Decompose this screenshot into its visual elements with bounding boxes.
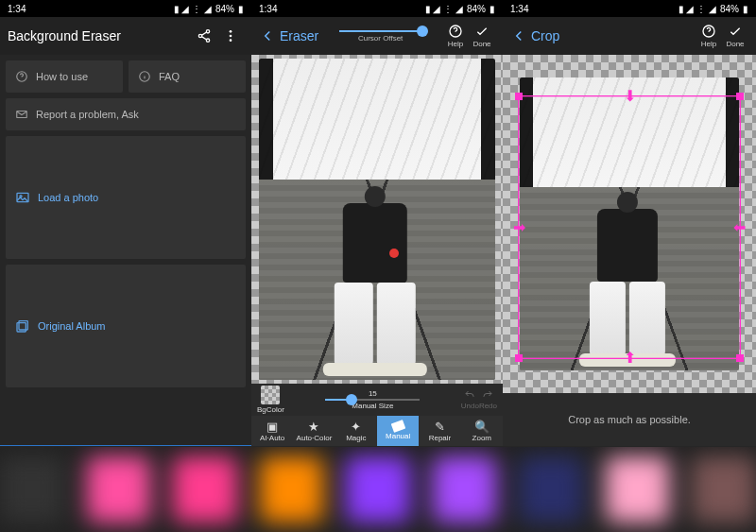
load-photo-tile[interactable]: Load a photo bbox=[6, 136, 246, 259]
status-battery: 84% bbox=[215, 4, 234, 14]
original-album-label: Original Album bbox=[38, 320, 106, 332]
overflow-button[interactable] bbox=[217, 19, 244, 53]
original-album-tile[interactable]: Original Album bbox=[6, 265, 246, 387]
crop-handle-tr[interactable] bbox=[736, 93, 744, 100]
divider bbox=[0, 445, 251, 446]
tool-magic[interactable]: ✦ Magic bbox=[335, 416, 377, 446]
tool-zoom-label: Zoom bbox=[472, 434, 491, 442]
svg-point-3 bbox=[230, 30, 232, 33]
status-time: 1:34 bbox=[259, 4, 277, 14]
crop-handle-bl[interactable] bbox=[515, 354, 523, 362]
arrow-left-icon bbox=[259, 27, 276, 44]
status-time: 1:34 bbox=[510, 4, 528, 14]
tool-tabs: ▣ AI·Auto ★ Auto·Color ✦ Magic Manual ✎ … bbox=[251, 416, 503, 446]
info-icon bbox=[138, 70, 151, 83]
status-battery: 84% bbox=[720, 4, 739, 14]
crop-handle-br[interactable] bbox=[736, 354, 744, 362]
battery-icon: ▮ bbox=[238, 4, 244, 14]
status-icons: ▮ ◢ ⋮ ◢ bbox=[174, 4, 212, 14]
ai-icon: ▣ bbox=[266, 420, 278, 433]
report-tile[interactable]: Report a problem, Ask bbox=[6, 98, 246, 130]
redo-button[interactable]: Redo bbox=[479, 389, 497, 410]
faq-label: FAQ bbox=[159, 71, 180, 82]
tool-repair-label: Repair bbox=[429, 434, 452, 442]
report-label: Report a problem, Ask bbox=[36, 109, 139, 120]
done-button[interactable]: Done bbox=[469, 19, 495, 53]
tool-manual[interactable]: Manual bbox=[377, 416, 419, 446]
done-label: Done bbox=[472, 40, 490, 48]
crop-hint-text: Crop as much as possible. bbox=[568, 414, 691, 425]
arrow-left-icon bbox=[510, 27, 527, 44]
load-photo-label: Load a photo bbox=[38, 192, 98, 203]
tool-auto-color[interactable]: ★ Auto·Color bbox=[293, 416, 335, 446]
help-label: Help bbox=[701, 40, 716, 48]
help-icon bbox=[701, 24, 716, 39]
more-icon bbox=[223, 28, 238, 43]
tool-ai-auto[interactable]: ▣ AI·Auto bbox=[251, 416, 293, 446]
mail-icon bbox=[15, 108, 28, 121]
crop-handle-top[interactable]: ⬇ bbox=[624, 89, 636, 104]
tool-zoom[interactable]: 🔍 Zoom bbox=[461, 416, 503, 446]
tool-manual-label: Manual bbox=[386, 432, 410, 440]
cursor-offset-label: Cursor Offset bbox=[358, 34, 403, 43]
editor-canvas[interactable] bbox=[251, 55, 503, 384]
status-bar: 1:34 ▮ ◢ ⋮ ◢ 84% ▮ bbox=[503, 0, 756, 17]
status-battery: 84% bbox=[467, 4, 486, 14]
manual-size-value: 15 bbox=[369, 389, 377, 398]
crop-handle-tl[interactable] bbox=[515, 93, 523, 100]
bgcolor-button[interactable]: BgColor bbox=[257, 386, 284, 414]
battery-icon: ▮ bbox=[743, 4, 748, 14]
album-icon bbox=[15, 318, 30, 334]
bottom-blur-strip bbox=[0, 447, 756, 532]
back-button[interactable]: Eraser bbox=[259, 27, 318, 44]
share-icon bbox=[197, 28, 212, 43]
tool-auto-label: Auto·Color bbox=[297, 434, 333, 442]
undo-label: Undo bbox=[461, 402, 479, 410]
tool-repair[interactable]: ✎ Repair bbox=[419, 416, 460, 446]
redo-label: Redo bbox=[479, 402, 497, 410]
crop-handle-bottom[interactable]: ⬆ bbox=[624, 351, 636, 366]
redo-icon bbox=[480, 389, 495, 401]
tool-ai-label: AI·Auto bbox=[260, 434, 284, 442]
photo bbox=[259, 59, 495, 380]
crop-hint: Crop as much as possible. bbox=[503, 393, 756, 446]
cursor-indicator bbox=[389, 249, 399, 258]
status-bar: 1:34 ▮ ◢ ⋮ ◢ 84% ▮ bbox=[251, 0, 503, 17]
bgcolor-label: BgColor bbox=[257, 405, 284, 414]
crop-rect[interactable]: ➡ ⬅ ⬇ ⬆ bbox=[518, 95, 741, 359]
manual-size-label: Manual Size bbox=[352, 402, 393, 410]
brush-icon: ✎ bbox=[435, 420, 445, 433]
help-button[interactable]: Help bbox=[442, 19, 469, 53]
check-icon bbox=[474, 24, 490, 39]
status-icons: ▮ ◢ ⋮ ◢ bbox=[425, 4, 463, 14]
app-header: Background Eraser bbox=[0, 17, 251, 55]
done-button[interactable]: Done bbox=[722, 19, 748, 53]
tool-magic-label: Magic bbox=[346, 434, 366, 442]
check-icon bbox=[728, 24, 743, 39]
crop-handle-right[interactable]: ⬅ bbox=[733, 220, 746, 235]
zoom-icon: 🔍 bbox=[474, 420, 490, 433]
howto-label: How to use bbox=[36, 71, 88, 82]
share-button[interactable] bbox=[191, 19, 217, 53]
status-bar: 1:34 ▮ ◢ ⋮ ◢ 84% ▮ bbox=[0, 0, 251, 17]
help-icon bbox=[448, 24, 463, 39]
crop-canvas[interactable]: ➡ ⬅ ⬇ ⬆ bbox=[503, 55, 756, 393]
cursor-offset-slider[interactable]: Cursor Offset bbox=[318, 30, 442, 43]
back-label: Eraser bbox=[280, 28, 318, 43]
eraser-icon bbox=[390, 420, 405, 433]
howto-tile[interactable]: How to use bbox=[6, 60, 123, 93]
help-button[interactable]: Help bbox=[696, 19, 722, 53]
photo-icon bbox=[15, 190, 30, 205]
eraser-subrow: BgColor 15 Manual Size Undo Redo bbox=[251, 384, 503, 416]
app-title: Background Eraser bbox=[8, 28, 121, 43]
status-time: 1:34 bbox=[8, 4, 26, 14]
crop-handle-left[interactable]: ➡ bbox=[513, 220, 525, 235]
undo-button[interactable]: Undo bbox=[461, 389, 479, 410]
back-button[interactable]: Crop bbox=[510, 27, 559, 44]
bgcolor-swatch-icon bbox=[261, 386, 280, 404]
manual-size-slider[interactable]: 15 Manual Size bbox=[284, 389, 461, 410]
help-label: Help bbox=[448, 40, 463, 48]
done-label: Done bbox=[726, 40, 744, 48]
faq-tile[interactable]: FAQ bbox=[129, 60, 246, 93]
eraser-header: Eraser Cursor Offset Help Done bbox=[251, 17, 503, 55]
